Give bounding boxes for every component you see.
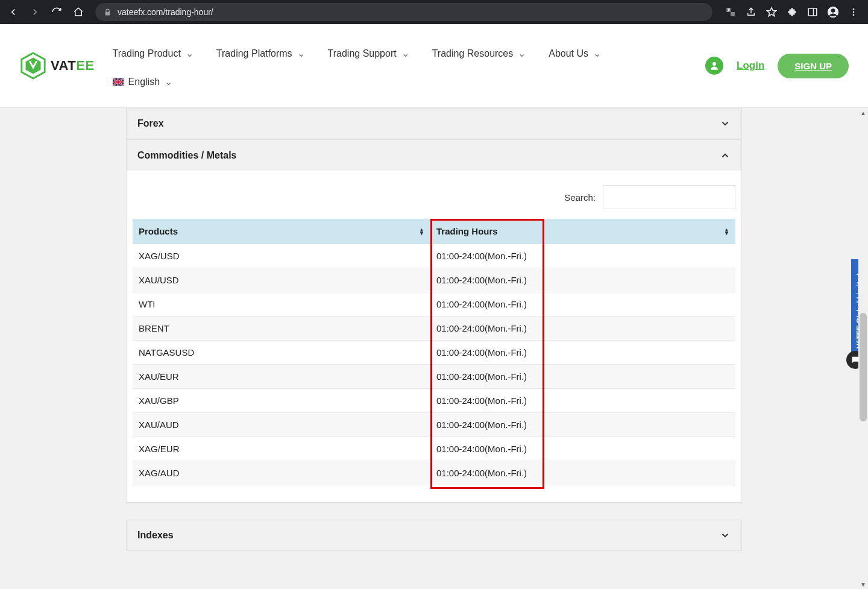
accordion-content-commodities: Search: Products ▲▼ Trading Hours ▲ — [126, 171, 742, 503]
svg-rect-1 — [808, 8, 817, 16]
panel-icon[interactable] — [807, 6, 819, 18]
chevron-down-icon: ⌄ — [186, 48, 193, 59]
forward-button[interactable] — [27, 4, 43, 20]
cell-hours: 01:00-24:00(Mon.-Fri.) — [430, 461, 735, 485]
cell-product: WTI — [133, 292, 430, 317]
nav-trading-support[interactable]: Trading Support⌄ — [328, 48, 409, 59]
svg-point-5 — [853, 8, 855, 10]
table-row: XAU/AUD01:00-24:00(Mon.-Fri.) — [133, 413, 735, 437]
svg-point-6 — [853, 11, 855, 13]
reload-button[interactable] — [48, 4, 65, 20]
user-icon[interactable] — [705, 57, 723, 75]
extensions-icon[interactable] — [786, 6, 798, 18]
accordion-forex[interactable]: Forex — [126, 108, 742, 139]
star-icon[interactable] — [766, 6, 778, 18]
main-nav: Trading Product⌄ Trading Platforms⌄ Trad… — [113, 44, 601, 87]
cell-product: XAG/USD — [133, 244, 430, 268]
svg-point-7 — [853, 14, 855, 16]
translate-icon[interactable] — [725, 6, 737, 18]
search-label: Search: — [564, 192, 596, 203]
table-row: XAU/USD01:00-24:00(Mon.-Fri.) — [133, 268, 735, 292]
chevron-down-icon: ⌄ — [297, 48, 305, 59]
cell-product: XAU/AUD — [133, 413, 430, 437]
svg-point-4 — [831, 8, 835, 13]
logo-icon — [19, 52, 47, 80]
scroll-thumb[interactable] — [860, 313, 867, 421]
cell-hours: 01:00-24:00(Mon.-Fri.) — [430, 268, 735, 292]
logo-text: VATEE — [51, 58, 95, 74]
table-row: NATGASUSD01:00-24:00(Mon.-Fri.) — [133, 341, 735, 365]
scroll-down-arrow[interactable]: ▼ — [858, 579, 868, 589]
language-selector[interactable]: English ⌄ — [113, 76, 172, 87]
home-button[interactable] — [70, 4, 87, 20]
login-link[interactable]: Login — [737, 60, 764, 72]
sort-icon: ▲▼ — [419, 228, 424, 235]
chevron-up-icon — [720, 150, 731, 161]
accordion-indexes[interactable]: Indexes — [126, 520, 742, 551]
scroll-up-arrow[interactable]: ▲ — [858, 108, 868, 118]
url-text: vateefx.com/trading-hour/ — [118, 7, 213, 17]
cell-product: XAU/GBP — [133, 389, 430, 413]
nav-about-us[interactable]: About Us⌄ — [549, 48, 601, 59]
chevron-down-icon: ⌄ — [518, 48, 526, 59]
browser-chrome: vateefx.com/trading-hour/ — [0, 0, 868, 24]
cell-product: XAU/EUR — [133, 365, 430, 389]
flag-uk-icon — [113, 78, 124, 86]
table-row: XAG/USD01:00-24:00(Mon.-Fri.) — [133, 244, 735, 268]
svg-marker-0 — [767, 8, 776, 16]
page-body: Forex Commodities / Metals Search: — [0, 108, 868, 589]
nav-trading-product[interactable]: Trading Product⌄ — [113, 48, 193, 59]
col-trading-hours[interactable]: Trading Hours ▲▼ — [430, 219, 735, 244]
table-row: XAU/GBP01:00-24:00(Mon.-Fri.) — [133, 389, 735, 413]
back-button[interactable] — [5, 4, 22, 20]
cell-product: XAG/EUR — [133, 437, 430, 461]
trading-hours-table: Products ▲▼ Trading Hours ▲▼ XAG/USD01:0… — [133, 219, 735, 485]
cell-hours: 01:00-24:00(Mon.-Fri.) — [430, 292, 735, 317]
table-row: XAU/EUR01:00-24:00(Mon.-Fri.) — [133, 365, 735, 389]
menu-icon[interactable] — [848, 6, 860, 18]
chevron-down-icon: ⌄ — [401, 48, 409, 59]
scrollbar[interactable]: ▲ ▼ — [858, 108, 868, 589]
svg-rect-14 — [113, 81, 124, 83]
chevron-down-icon: ⌄ — [593, 48, 601, 59]
table-row: XAG/EUR01:00-24:00(Mon.-Fri.) — [133, 437, 735, 461]
table-row: XAG/AUD01:00-24:00(Mon.-Fri.) — [133, 461, 735, 485]
table-row: WTI01:00-24:00(Mon.-Fri.) — [133, 292, 735, 317]
share-icon[interactable] — [745, 6, 757, 18]
col-products[interactable]: Products ▲▼ — [133, 219, 430, 244]
cell-hours: 01:00-24:00(Mon.-Fri.) — [430, 437, 735, 461]
svg-point-15 — [712, 62, 716, 66]
chevron-down-icon: ⌄ — [165, 76, 172, 87]
search-input[interactable] — [603, 185, 735, 209]
signup-button[interactable]: SIGN UP — [778, 54, 849, 78]
nav-trading-platforms[interactable]: Trading Platforms⌄ — [216, 48, 305, 59]
cell-hours: 01:00-24:00(Mon.-Fri.) — [430, 389, 735, 413]
nav-trading-resources[interactable]: Trading Resources⌄ — [432, 48, 526, 59]
chevron-down-icon — [720, 530, 731, 541]
chrome-right — [725, 6, 860, 18]
cell-product: BRENT — [133, 317, 430, 341]
accordion-commodities[interactable]: Commodities / Metals — [126, 139, 742, 171]
cell-product: XAG/AUD — [133, 461, 430, 485]
cell-hours: 01:00-24:00(Mon.-Fri.) — [430, 413, 735, 437]
logo[interactable]: VATEE — [19, 52, 95, 80]
cell-hours: 01:00-24:00(Mon.-Fri.) — [430, 317, 735, 341]
chevron-down-icon — [720, 118, 731, 129]
lock-icon — [104, 8, 112, 16]
cell-hours: 01:00-24:00(Mon.-Fri.) — [430, 365, 735, 389]
url-bar[interactable]: vateefx.com/trading-hour/ — [95, 3, 712, 21]
cell-product: NATGASUSD — [133, 341, 430, 365]
table-row: BRENT01:00-24:00(Mon.-Fri.) — [133, 317, 735, 341]
sort-icon: ▲▼ — [724, 228, 729, 235]
page-header: VATEE Trading Product⌄ Trading Platforms… — [0, 24, 868, 108]
cell-hours: 01:00-24:00(Mon.-Fri.) — [430, 341, 735, 365]
cell-hours: 01:00-24:00(Mon.-Fri.) — [430, 244, 735, 268]
profile-icon[interactable] — [827, 6, 839, 18]
cell-product: XAU/USD — [133, 268, 430, 292]
